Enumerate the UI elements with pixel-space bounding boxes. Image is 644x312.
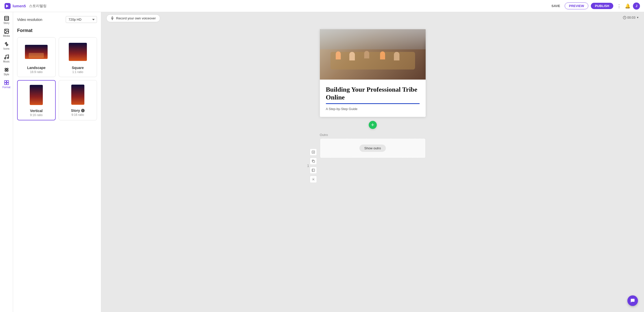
story-card-name: Story [71, 109, 80, 113]
outro-label: Outro [320, 133, 328, 137]
publish-button[interactable]: PUBLISH [591, 3, 613, 9]
logo[interactable]: lumen5 [4, 3, 26, 10]
sidebar-story-label: Story [4, 22, 9, 24]
clock-icon [623, 16, 626, 19]
preview-button[interactable]: PREVIEW [565, 3, 588, 9]
story-icon [4, 16, 9, 21]
svg-point-15 [5, 70, 6, 72]
landscape-card-name: Landscape [27, 66, 46, 70]
format-card-landscape[interactable]: Landscape 16:9 ratio [17, 37, 56, 77]
svg-point-16 [7, 70, 8, 72]
vertical-preview [30, 85, 43, 105]
vertical-thumb [21, 84, 52, 106]
landscape-card-ratio: 16:9 ratio [30, 70, 43, 74]
sidebar-item-icons[interactable]: Icons [1, 40, 13, 52]
voiceover-label: Record your own voiceover [116, 16, 156, 20]
format-card-story[interactable]: Story i 9:16 ratio [59, 80, 97, 120]
duplicate-icon [312, 159, 315, 163]
svg-rect-18 [7, 81, 8, 82]
vertical-card-name: Vertical [30, 109, 43, 113]
sidebar-item-story[interactable]: Story [1, 14, 13, 26]
square-thumb [62, 41, 94, 63]
voiceover-button[interactable]: Record your own voiceover [106, 14, 160, 22]
slide-title: Building Your Professional Tribe Online [326, 86, 420, 101]
square-card-name: Square [72, 66, 84, 70]
add-slide-button[interactable]: + [369, 121, 377, 129]
music-icon [4, 54, 9, 60]
story-card-ratio: 9:16 ratio [72, 113, 84, 117]
sidebar-format-label: Format [3, 86, 11, 89]
format-card-vertical[interactable]: Vertical 9:16 ratio [17, 80, 56, 120]
slide-image [320, 29, 426, 80]
story-thumb [62, 83, 94, 106]
resize-button[interactable] [310, 167, 317, 174]
project-name: 스토리텔링 [29, 4, 47, 8]
slide-underline [326, 103, 420, 104]
canvas-area: Record your own voiceover 00:03 ▼ 1 [101, 12, 644, 312]
settings-button[interactable] [310, 176, 317, 183]
resize-icon [312, 168, 315, 172]
svg-point-6 [5, 30, 6, 31]
svg-point-12 [7, 57, 9, 59]
canvas-topbar: Record your own voiceover 00:03 ▼ [101, 12, 644, 24]
svg-rect-19 [4, 83, 6, 85]
svg-point-14 [7, 68, 8, 70]
canvas-time: 00:03 ▼ [623, 16, 639, 19]
icon-sidebar: Story Media Icons [0, 12, 13, 312]
outro-box: Show outro [320, 138, 426, 158]
add-scene-button[interactable] [310, 149, 317, 156]
more-options-icon[interactable]: ⋮ [616, 3, 622, 9]
format-card-square[interactable]: Square 1:1 ratio [59, 37, 97, 77]
svg-rect-28 [313, 160, 315, 162]
time-expand-icon[interactable]: ▼ [636, 16, 639, 19]
main-layout: Story Media Icons [0, 12, 644, 312]
story-preview [71, 85, 84, 105]
video-resolution-row: Video resolution 720p HD 1080p Full HD [17, 16, 97, 23]
duplicate-button[interactable] [310, 158, 317, 165]
avatar[interactable]: J [633, 3, 640, 10]
svg-point-31 [313, 179, 314, 180]
svg-point-11 [4, 58, 6, 59]
outro-section: Outro Show outro [320, 133, 426, 158]
landscape-preview [25, 45, 48, 59]
settings-icon [312, 178, 315, 181]
format-grid: Landscape 16:9 ratio Square 1:1 ratio [17, 37, 97, 120]
format-panel: Video resolution 720p HD 1080p Full HD F… [13, 12, 101, 312]
square-card-ratio: 1:1 ratio [72, 70, 83, 74]
save-button[interactable]: SAVE [550, 3, 562, 9]
sidebar-item-music[interactable]: Music [1, 53, 13, 64]
chat-icon [630, 298, 635, 303]
notifications-icon[interactable]: 🔔 [625, 3, 630, 9]
topbar-actions: SAVE PREVIEW PUBLISH ⋮ 🔔 J [550, 3, 640, 10]
slide[interactable]: Building Your Professional Tribe Online … [320, 29, 426, 117]
show-outro-button[interactable]: Show outro [359, 145, 386, 152]
chat-bubble[interactable] [627, 295, 638, 306]
sidebar-item-format[interactable]: Format [1, 78, 13, 90]
square-preview [69, 43, 87, 61]
logo-text: lumen5 [13, 4, 26, 8]
sidebar-music-label: Music [3, 60, 10, 63]
video-resolution-label: Video resolution [17, 18, 42, 22]
sidebar-item-style[interactable]: Style [1, 65, 13, 77]
vertical-card-ratio: 9:16 ratio [30, 113, 43, 117]
add-scene-icon [312, 150, 315, 154]
topbar: lumen5 스토리텔링 SAVE PREVIEW PUBLISH ⋮ 🔔 J [0, 0, 644, 12]
sidebar-icons-label: Icons [4, 47, 10, 50]
svg-rect-20 [7, 83, 8, 85]
slide-subtitle: A Step-by-Step Guide [326, 107, 420, 111]
svg-rect-21 [112, 17, 113, 18]
svg-rect-29 [312, 169, 315, 171]
icons-icon [4, 41, 9, 47]
format-icon [4, 80, 9, 85]
logo-icon [4, 3, 11, 10]
microphone-icon [111, 16, 114, 20]
svg-point-13 [5, 68, 6, 70]
sidebar-item-media[interactable]: Media [1, 27, 13, 39]
story-info-icon[interactable]: i [81, 109, 85, 112]
canvas-content: 1 [101, 24, 644, 312]
sidebar-media-label: Media [3, 34, 10, 37]
resolution-select[interactable]: 720p HD 1080p Full HD [66, 16, 97, 23]
media-icon [4, 28, 9, 34]
style-icon [4, 67, 9, 73]
svg-rect-2 [4, 16, 9, 21]
